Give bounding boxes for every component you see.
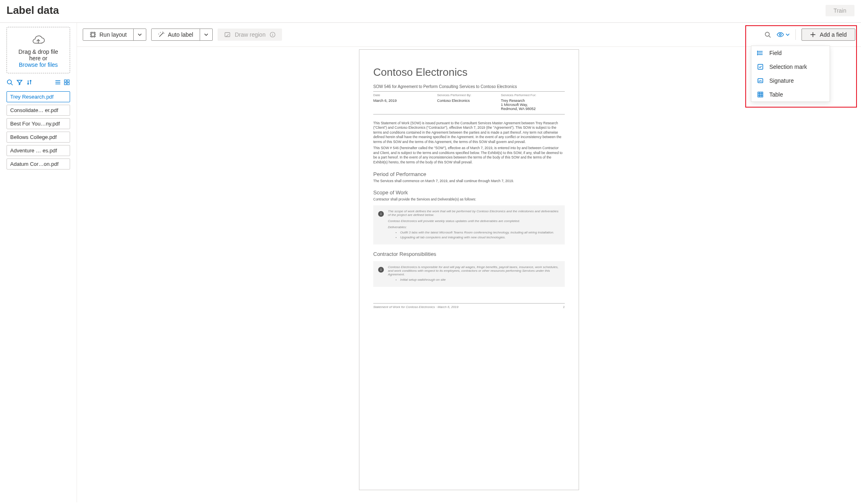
svg-point-12 bbox=[757, 54, 758, 55]
info-circle-icon: i bbox=[378, 267, 384, 273]
svg-rect-5 bbox=[91, 33, 95, 36]
svg-point-8 bbox=[765, 32, 769, 36]
page-title: Label data bbox=[7, 4, 59, 17]
file-item[interactable]: Trey Research.pdf bbox=[7, 91, 70, 102]
menu-item-signature[interactable]: Signature bbox=[751, 74, 830, 88]
dropzone-text-1: Drag & drop file bbox=[10, 48, 66, 55]
checkbox-icon bbox=[757, 64, 764, 70]
svg-rect-6 bbox=[225, 33, 230, 37]
svg-rect-14 bbox=[758, 79, 763, 83]
svg-point-0 bbox=[7, 80, 11, 84]
run-layout-chevron[interactable] bbox=[133, 29, 146, 40]
file-item[interactable]: Best For You…ny.pdf bbox=[7, 118, 70, 129]
sort-icon[interactable] bbox=[26, 79, 33, 86]
search-icon[interactable] bbox=[764, 31, 771, 38]
svg-rect-2 bbox=[67, 80, 69, 82]
browse-files-link[interactable]: Browse for files bbox=[10, 62, 66, 68]
sidebar: Drag & drop file here or Browse for file… bbox=[0, 23, 77, 502]
chevron-down-icon bbox=[204, 33, 208, 37]
dropzone-text-2: here or bbox=[10, 55, 66, 62]
document-canvas[interactable]: Contoso Electronics SOW 546 for Agreemen… bbox=[77, 46, 861, 502]
region-icon bbox=[224, 31, 231, 38]
signature-icon bbox=[757, 77, 764, 84]
auto-label-chevron[interactable] bbox=[200, 29, 212, 40]
menu-item-table[interactable]: Table bbox=[751, 88, 830, 101]
grid-view-icon[interactable] bbox=[64, 79, 70, 86]
plus-icon bbox=[810, 32, 816, 37]
svg-rect-1 bbox=[64, 80, 66, 82]
doc-sow-line: SOW 546 for Agreement to Perform Consult… bbox=[373, 84, 565, 92]
chevron-down-icon bbox=[138, 33, 142, 37]
list-view-icon[interactable] bbox=[55, 79, 61, 86]
add-field-button[interactable]: Add a field bbox=[802, 29, 855, 41]
table-icon bbox=[757, 91, 764, 98]
chevron-down-icon bbox=[786, 33, 790, 37]
svg-rect-4 bbox=[67, 83, 69, 85]
file-item[interactable]: Consolidate… er.pdf bbox=[7, 105, 70, 116]
auto-label-button[interactable]: Auto label bbox=[151, 29, 213, 41]
search-icon[interactable] bbox=[7, 79, 13, 86]
draw-region-button: Draw region bbox=[218, 29, 282, 41]
document-page: Contoso Electronics SOW 546 for Agreemen… bbox=[359, 49, 579, 490]
add-field-label: Add a field bbox=[820, 31, 847, 38]
filter-icon[interactable] bbox=[16, 79, 23, 86]
field-icon bbox=[757, 50, 764, 56]
file-item[interactable]: Bellows College.pdf bbox=[7, 132, 70, 143]
draw-region-label: Draw region bbox=[235, 31, 265, 38]
visibility-toggle[interactable] bbox=[777, 31, 790, 38]
divider bbox=[795, 29, 796, 40]
file-dropzone[interactable]: Drag & drop file here or Browse for file… bbox=[7, 27, 70, 73]
svg-point-10 bbox=[757, 51, 758, 52]
run-layout-label: Run layout bbox=[99, 31, 127, 38]
info-circle-icon: i bbox=[378, 211, 384, 217]
run-layout-button[interactable]: Run layout bbox=[83, 29, 146, 41]
page-header: Label data Train bbox=[0, 0, 861, 23]
file-item[interactable]: Adventure … es.pdf bbox=[7, 145, 70, 156]
svg-rect-3 bbox=[64, 83, 66, 85]
layout-icon bbox=[90, 31, 96, 38]
svg-point-9 bbox=[780, 34, 781, 35]
doc-title: Contoso Electronics bbox=[373, 66, 565, 79]
svg-point-11 bbox=[757, 53, 758, 53]
wand-icon bbox=[158, 31, 165, 38]
toolbar: Run layout Auto label Draw region bbox=[77, 23, 861, 46]
train-button[interactable]: Train bbox=[826, 5, 854, 16]
file-item[interactable]: Adatum Cor…on.pdf bbox=[7, 158, 70, 169]
menu-item-field[interactable]: Field bbox=[751, 46, 830, 60]
menu-item-selection-mark[interactable]: Selection mark bbox=[751, 60, 830, 74]
svg-rect-15 bbox=[758, 92, 763, 97]
sidebar-tools bbox=[7, 77, 70, 88]
info-icon bbox=[270, 32, 275, 37]
file-list: Trey Research.pdf Consolidate… er.pdf Be… bbox=[7, 91, 70, 169]
auto-label-label: Auto label bbox=[168, 31, 193, 38]
cloud-upload-icon bbox=[31, 35, 46, 48]
eye-icon bbox=[777, 31, 784, 38]
add-field-menu: Field Selection mark Signature Table bbox=[751, 46, 830, 102]
